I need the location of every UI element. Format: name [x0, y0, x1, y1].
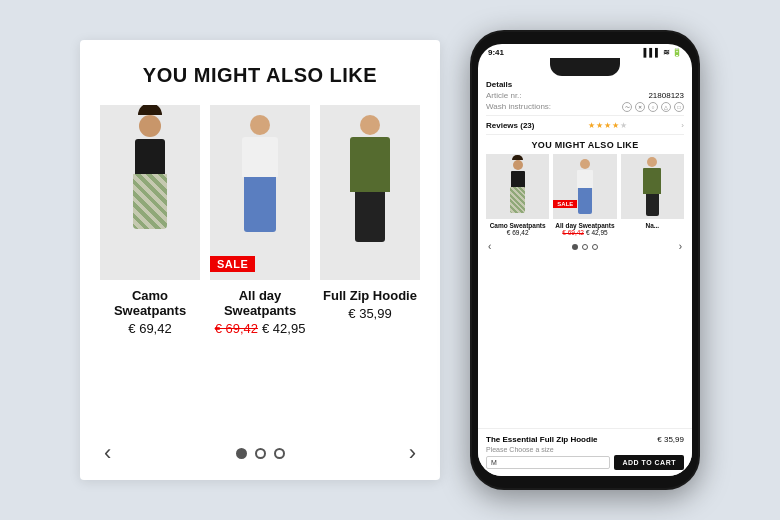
phone-product-name-camo: Camo Sweatpants [486, 222, 549, 229]
dot-2 [255, 448, 266, 459]
product-image-allday: SALE [210, 105, 310, 280]
product-price-old-allday: € 69,42 [215, 321, 258, 336]
star-empty: ★ [620, 121, 628, 130]
dot-1 [236, 448, 247, 459]
phone-product-img-allday [553, 154, 616, 219]
phone-dot-3 [592, 244, 598, 250]
figure-head [360, 115, 380, 135]
add-to-cart-button[interactable]: ADD TO CART [614, 455, 684, 470]
prev-arrow[interactable]: ‹ [104, 442, 111, 464]
left-card-title: YOU MIGHT ALSO LIKE [100, 64, 420, 87]
phone-dot-2 [582, 244, 588, 250]
bottom-product-name: The Essential Full Zip Hoodie [486, 435, 598, 444]
mp [578, 188, 592, 214]
phone-next-arrow[interactable]: › [679, 241, 682, 252]
article-value: 21808123 [648, 91, 684, 100]
figure-pants [355, 192, 385, 242]
figure-head [139, 115, 161, 137]
reviews-row[interactable]: Reviews (23) ★★★★★ › [486, 115, 684, 135]
phone-price-new: € 42,95 [586, 229, 608, 236]
mt [643, 168, 661, 194]
phone-bottom-bar: The Essential Full Zip Hoodie € 35,99 Pl… [478, 428, 692, 476]
stars-filled: ★★★★ [588, 121, 620, 130]
phone-prev-arrow[interactable]: ‹ [488, 241, 491, 252]
figure-top [242, 137, 278, 177]
wash-label: Wash instructions: [486, 102, 551, 112]
status-bar: 9:41 ▌▌▌ ≋ 🔋 [478, 44, 692, 58]
phone-also-like-title: YOU MIGHT ALSO LIKE [486, 140, 684, 150]
phone-product-img-third [621, 154, 684, 219]
figure-hoodie-top [350, 137, 390, 192]
product-name-allday: All day Sweatpants [210, 288, 310, 318]
product-price-new-allday: € 42,95 [262, 321, 305, 336]
mp [510, 187, 525, 213]
phone-product-name-allday: All day Sweatpants [553, 222, 616, 229]
bottom-choose-size: Please Choose a size [486, 446, 684, 453]
figure-allday [233, 115, 288, 270]
mh [647, 157, 657, 167]
sale-badge-allday: SALE [210, 256, 255, 272]
phone-dots [572, 244, 598, 250]
phone-product-img-camo [486, 154, 549, 219]
reviews-label: Reviews (23) [486, 121, 534, 130]
mini-figure-third [643, 157, 661, 216]
mp [646, 194, 659, 216]
dot-3 [274, 448, 285, 459]
phone-price-old: € 69,42 [562, 229, 584, 236]
phone-details-title: Details [486, 76, 684, 91]
product-name-hoodie: Full Zip Hoodie [323, 288, 417, 303]
status-icons: ▌▌▌ ≋ 🔋 [644, 48, 682, 57]
phone-content: Details Article nr.: 21808123 Wash instr… [478, 76, 692, 252]
phone-carousel-nav: ‹ › [486, 241, 684, 252]
size-select[interactable]: XS S M L XL [486, 456, 610, 469]
phone-shell: 9:41 ▌▌▌ ≋ 🔋 Details Article nr.: 218081… [470, 30, 700, 490]
next-arrow[interactable]: › [409, 442, 416, 464]
mh [513, 160, 523, 170]
wash-icon-2: ✕ [635, 102, 645, 112]
wash-icon-3: ○ [648, 102, 658, 112]
figure-head [250, 115, 270, 135]
figure-pants [133, 174, 167, 229]
product-image-hoodie [320, 105, 420, 280]
figure-hair [138, 105, 162, 115]
status-time: 9:41 [488, 48, 504, 57]
figure-pants [244, 177, 276, 232]
figure-torso [135, 139, 165, 174]
phone-product-name-third: Na... [621, 222, 684, 229]
figure-camo [120, 115, 180, 270]
phone-screen: 9:41 ▌▌▌ ≋ 🔋 Details Article nr.: 218081… [478, 44, 692, 476]
product-price-allday: € 69,42€ 42,95 [215, 321, 306, 336]
product-item-hoodie[interactable]: Full Zip Hoodie € 35,99 [320, 105, 420, 428]
phone-products-row: Camo Sweatpants € 69,42 SALE [486, 154, 684, 236]
notch [550, 58, 620, 76]
mt [511, 171, 525, 187]
product-name-camo: Camo Sweatpants [100, 288, 200, 318]
phone-sale-badge: SALE [553, 200, 577, 208]
phone-product-price-allday: € 69,42€ 42,95 [553, 229, 616, 236]
carousel-nav: ‹ › [100, 442, 420, 464]
wash-icon-1: 〜 [622, 102, 632, 112]
phone-product-third[interactable]: Na... [621, 154, 684, 236]
product-price-camo: € 69,42 [128, 321, 171, 336]
phone-product-camo[interactable]: Camo Sweatpants € 69,42 [486, 154, 549, 236]
bottom-product-price: € 35,99 [657, 435, 684, 444]
phone-article-row: Article nr.: 21808123 [486, 91, 684, 100]
mh [580, 159, 590, 169]
product-item-camo[interactable]: Camo Sweatpants € 69,42 [100, 105, 200, 428]
phone-dot-1 [572, 244, 578, 250]
mini-figure-camo [510, 160, 525, 213]
carousel-dots [236, 448, 285, 459]
reviews-stars: ★★★★★ [588, 120, 628, 130]
mini-figure-allday [577, 159, 593, 214]
phone-mockup: 9:41 ▌▌▌ ≋ 🔋 Details Article nr.: 218081… [470, 30, 700, 490]
reviews-chevron: › [681, 121, 684, 130]
wash-icons: 〜 ✕ ○ △ □ [622, 102, 684, 112]
phone-product-price-camo: € 69,42 [486, 229, 549, 236]
phone-product-allday[interactable]: SALE All day Sweatpants € 69,42€ 42,95 [553, 154, 616, 236]
figure-hoodie [343, 115, 398, 270]
bottom-actions: XS S M L XL ADD TO CART [486, 455, 684, 470]
phone-wash-row: Wash instructions: 〜 ✕ ○ △ □ [486, 102, 684, 112]
product-item-allday[interactable]: SALE All day Sweatpants € 69,42€ 42,95 [210, 105, 310, 428]
mt [577, 170, 593, 188]
wash-icon-4: △ [661, 102, 671, 112]
